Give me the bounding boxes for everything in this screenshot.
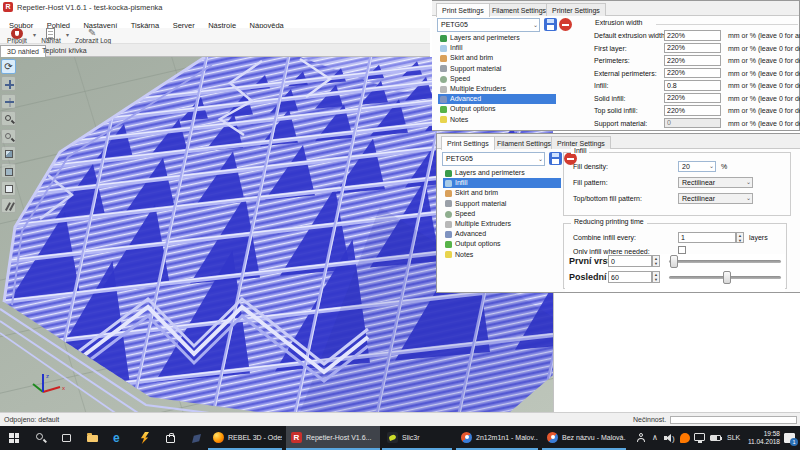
category-layers[interactable]: Layers and perimeters — [438, 33, 564, 43]
first-layer-spinner[interactable]: ▲▼ — [652, 255, 660, 267]
iso-view-button[interactable] — [1, 146, 16, 161]
3d-tool-icon — [192, 434, 201, 443]
preset-select[interactable]: PETG05⌄ — [437, 18, 540, 32]
tab-print-settings[interactable]: Print Settings — [436, 3, 490, 17]
svg-text:x: x — [62, 385, 65, 391]
delete-preset-button[interactable] — [559, 18, 572, 31]
tab-printer-settings[interactable]: Printer Settings — [546, 3, 606, 16]
top-view-button[interactable] — [1, 181, 16, 196]
preset-select-2[interactable]: PETG05⌄ — [442, 152, 545, 166]
save-preset-button[interactable] — [544, 18, 557, 31]
category-infill[interactable]: Infill — [438, 43, 564, 53]
file-explorer-button[interactable] — [80, 426, 104, 450]
combine-infill-spinner[interactable]: ▲▼ — [736, 232, 744, 243]
hidden-icons-chevron[interactable]: ∧ — [652, 433, 658, 442]
taskbar-paint-window-1[interactable]: 2n12m1n1 - Malov... — [456, 426, 538, 450]
first-layer-input[interactable] — [664, 43, 721, 54]
category-speed[interactable]: Speed — [438, 74, 564, 84]
move-view-button[interactable] — [1, 76, 16, 91]
combine-infill-input[interactable] — [678, 232, 736, 243]
top-solid-infill-input[interactable] — [664, 105, 721, 116]
reducing-time-group-title: Reducing printing time — [571, 218, 647, 225]
last-layer-slider-thumb[interactable] — [723, 271, 731, 284]
task-view-button[interactable] — [54, 426, 78, 450]
category-advanced-selected[interactable]: Advanced — [438, 94, 556, 104]
category-infill-2-selected[interactable]: Infill — [443, 178, 561, 188]
start-button[interactable] — [2, 426, 26, 450]
clock[interactable]: 19:58 11.04.2018 — [746, 430, 780, 446]
taskbar-firefox-window[interactable]: REBEL 3D - Odeslat... — [208, 426, 282, 450]
category-layers-2[interactable]: Layers and perimeters — [443, 168, 569, 178]
fill-pattern-combo[interactable]: Rectilinear⌄ — [678, 177, 753, 188]
show-log-button[interactable]: ✎ Zobrazit Log — [72, 28, 114, 44]
category-advanced-2[interactable]: Advanced — [443, 229, 569, 239]
save-preset-button-2[interactable] — [549, 152, 562, 165]
fill-density-combo[interactable]: 20⌄ — [678, 161, 716, 172]
category-notes[interactable]: Notes — [438, 115, 564, 125]
zoom-fit-button[interactable] — [1, 129, 16, 144]
connect-button[interactable]: Připojit — [2, 28, 32, 44]
category-output-2[interactable]: Output options — [443, 239, 569, 249]
category-output[interactable]: Output options — [438, 104, 564, 114]
category-speed-2[interactable]: Speed — [443, 209, 569, 219]
photo-editor-button[interactable] — [132, 426, 156, 450]
edge-button[interactable]: e — [106, 426, 130, 450]
taskbar-repetier-window[interactable]: RRepetier-Host V1.6... — [286, 426, 380, 450]
zoom-in-button[interactable] — [1, 111, 16, 126]
infill-group-title: Infill — [571, 147, 589, 154]
first-layer-slider-track[interactable] — [669, 260, 781, 263]
front-view-button[interactable] — [1, 163, 16, 178]
search-button[interactable] — [28, 426, 52, 450]
language-indicator[interactable]: SLK — [727, 434, 740, 441]
solid-infill-input[interactable] — [664, 93, 721, 104]
store-button[interactable] — [158, 426, 182, 450]
activity-status: Nečinnost. — [633, 416, 666, 423]
volume-icon[interactable]: ) — [664, 433, 676, 443]
extrusion-width-group-title: Extrusion width — [592, 19, 645, 26]
rotate-view-button[interactable]: ⟳ — [1, 59, 16, 74]
tab-filament-settings-2[interactable]: Filament Settings — [491, 136, 557, 149]
load-button[interactable]: Náhrát — [38, 28, 64, 44]
tab-print-settings-2[interactable]: Print Settings — [441, 136, 495, 150]
perimeters-input[interactable] — [664, 55, 721, 66]
battery-icon[interactable] — [710, 435, 721, 441]
only-infill-where-needed-checkbox[interactable] — [678, 246, 686, 254]
first-layer-slider-thumb[interactable] — [670, 255, 678, 268]
default-extrusion-width-input[interactable] — [664, 30, 721, 41]
category-support-2[interactable]: Support material — [443, 199, 569, 209]
first-layer-range-input[interactable] — [608, 255, 652, 267]
support-material-width-input — [664, 118, 721, 129]
external-perimeters-input[interactable] — [664, 68, 721, 79]
last-layer-spinner[interactable]: ▲▼ — [652, 271, 660, 283]
category-support[interactable]: Support material — [438, 64, 564, 74]
category-extruders[interactable]: Multiple Extruders — [438, 84, 564, 94]
category-extruders-2[interactable]: Multiple Extruders — [443, 219, 569, 229]
connect-dropdown-icon[interactable]: ▾ — [33, 31, 36, 38]
move-object-button[interactable] — [1, 94, 16, 109]
parallel-projection-button[interactable] — [1, 198, 16, 213]
system-tray: ∧ ) SLK 19:58 11.04.2018 1 — [634, 426, 800, 450]
load-dropdown-icon[interactable]: ▾ — [66, 31, 69, 38]
infill-width-input[interactable] — [664, 80, 721, 91]
people-icon[interactable] — [636, 433, 646, 443]
status-bar: Odpojeno: default Nečinnost. — [0, 412, 800, 426]
antivirus-icon[interactable] — [680, 433, 690, 443]
slicer-top-tabstrip: Print Settings Filament Settings Printer… — [432, 1, 799, 16]
taskbar-paint-window-2[interactable]: Bez názvu - Malová... — [542, 426, 626, 450]
top-bottom-fill-pattern-combo[interactable]: Rectilinear⌄ — [678, 193, 753, 204]
taskbar-slic3r-window[interactable]: Slic3r — [382, 426, 452, 450]
lightning-icon — [140, 432, 149, 444]
action-center-icon[interactable]: 1 — [784, 433, 795, 443]
3d-tool-button[interactable] — [184, 426, 208, 450]
display-icon[interactable] — [694, 433, 705, 441]
progress-bar — [670, 416, 797, 424]
view-toolbar: ⟳ — [1, 59, 18, 216]
last-layer-range-input[interactable] — [608, 271, 652, 283]
category-skirt-2[interactable]: Skirt and brim — [443, 188, 569, 198]
repetier-icon: R — [291, 432, 302, 443]
tab-temperature-curve[interactable]: Teplotní křivka — [36, 45, 93, 57]
category-notes-2[interactable]: Notes — [443, 250, 569, 260]
view-tab-strip: 3D náhled Teplotní křivka — [0, 44, 430, 57]
tab-filament-settings[interactable]: Filament Settings — [486, 3, 552, 16]
category-skirt[interactable]: Skirt and brim — [438, 53, 564, 63]
